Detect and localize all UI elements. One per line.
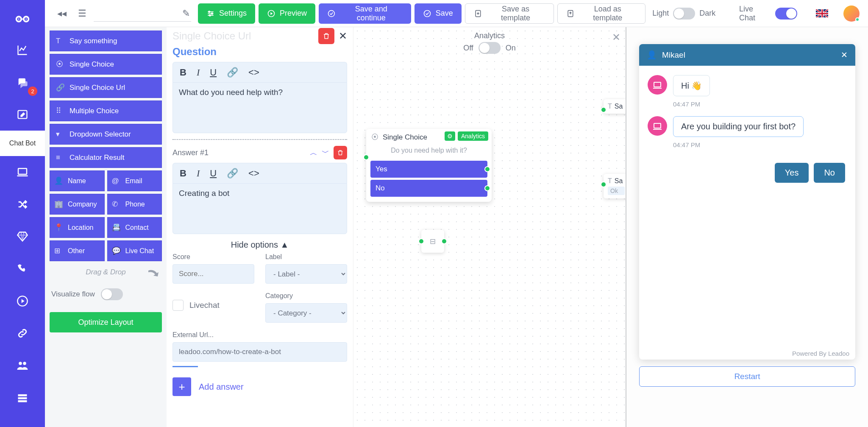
- rail-users-icon[interactable]: [0, 349, 45, 382]
- rail-shuffle-icon[interactable]: [0, 188, 45, 220]
- external-url-label: External Url...: [172, 331, 347, 339]
- chat-message-2: Are you building your first bot?: [673, 116, 804, 137]
- palette-say-something[interactable]: TSay something: [50, 31, 162, 51]
- rail-chats-icon[interactable]: 2: [0, 66, 45, 98]
- rail-edit-icon[interactable]: [0, 98, 45, 131]
- delete-answer-button[interactable]: [334, 146, 347, 159]
- chat-yes-button[interactable]: Yes: [775, 163, 809, 183]
- restart-button[interactable]: Restart: [639, 366, 855, 387]
- palette-company[interactable]: 🏢Company: [50, 194, 105, 215]
- palette-phone[interactable]: ✆Phone: [107, 194, 162, 215]
- theme-toggle[interactable]: [673, 8, 695, 20]
- analytics-off-label: Off: [463, 44, 473, 53]
- label-select[interactable]: - Label -: [265, 264, 347, 284]
- flow-node-mini[interactable]: ⊟: [421, 230, 444, 253]
- user-avatar[interactable]: [843, 6, 860, 22]
- palette-other[interactable]: ⊞Other: [50, 240, 105, 261]
- palette-calculator-result[interactable]: ≡Calculator Result: [50, 147, 162, 168]
- drag-drop-hint: Drag & Drop: [50, 264, 162, 283]
- language-flag-uk[interactable]: [816, 9, 829, 18]
- livechat-toggle[interactable]: [775, 8, 797, 20]
- node-analytics-badge[interactable]: Analytics: [458, 131, 488, 141]
- preview-button[interactable]: Preview: [259, 3, 315, 24]
- node-option-yes[interactable]: Yes: [370, 161, 487, 178]
- node-gear-badge[interactable]: ⚙: [445, 131, 455, 141]
- livechat-label: Live Chat: [739, 5, 771, 22]
- rail-phone-icon[interactable]: [0, 253, 45, 285]
- code-icon[interactable]: <>: [248, 67, 259, 78]
- flow-canvas[interactable]: Analytics Off On ✕ ⦿ Single Choice ⚙: [353, 27, 626, 427]
- delete-node-button[interactable]: [318, 28, 334, 44]
- plus-icon: +: [172, 377, 191, 396]
- close-canvas-icon[interactable]: ✕: [612, 31, 620, 43]
- add-answer-row[interactable]: + Add answer: [172, 377, 347, 396]
- chat-no-button[interactable]: No: [814, 163, 845, 183]
- optimize-layout-button[interactable]: Optimize Layout: [50, 312, 162, 332]
- visualize-flow-row: Visualize flow: [50, 286, 162, 310]
- question-editor[interactable]: What do you need help with?: [172, 82, 347, 133]
- palette-livechat[interactable]: 💬Live Chat: [107, 240, 162, 261]
- bold-icon[interactable]: B: [180, 168, 186, 179]
- settings-button[interactable]: Settings: [198, 3, 255, 24]
- chat-close-icon[interactable]: ✕: [841, 50, 848, 60]
- hide-options-toggle[interactable]: Hide options ▲: [172, 234, 347, 253]
- category-select[interactable]: - Category -: [265, 303, 347, 323]
- pencil-icon[interactable]: ✎: [178, 5, 195, 22]
- back-icon[interactable]: ◂◂: [53, 5, 70, 22]
- livechat-checkbox[interactable]: [172, 300, 184, 311]
- theme-light-label: Light: [652, 9, 669, 18]
- save-template-button[interactable]: Save as template: [465, 3, 554, 24]
- underline-icon[interactable]: U: [210, 168, 217, 179]
- palette-location[interactable]: 📍Location: [50, 217, 105, 238]
- theme-dark-label: Dark: [699, 9, 715, 18]
- rail-stack-icon[interactable]: [0, 382, 45, 414]
- save-continue-label: Save and continue: [340, 5, 403, 22]
- rail-play-icon[interactable]: [0, 285, 45, 317]
- load-template-button[interactable]: Load as template: [557, 3, 646, 24]
- palette-email[interactable]: @Email: [107, 170, 162, 191]
- palette-contact[interactable]: 📇Contact: [107, 217, 162, 238]
- palette-dropdown-selector[interactable]: ▾Dropdown Selector: [50, 124, 162, 145]
- flow-node-single-choice[interactable]: ⦿ Single Choice ⚙ Analytics Do you need …: [366, 129, 492, 202]
- question-heading: Question: [172, 46, 347, 58]
- italic-icon[interactable]: I: [197, 168, 200, 179]
- settings-label: Settings: [219, 9, 247, 18]
- rail-analytics-icon[interactable]: [0, 34, 45, 66]
- link-icon[interactable]: 🔗: [227, 67, 238, 78]
- save-continue-button[interactable]: Save and continue: [319, 3, 411, 24]
- rail-link-icon[interactable]: [0, 317, 45, 349]
- palette-name[interactable]: 👤Name: [50, 170, 105, 191]
- rail-chatbot-active[interactable]: Chat Bot: [0, 131, 45, 156]
- italic-icon[interactable]: I: [197, 67, 200, 78]
- analytics-toggle[interactable]: [479, 42, 501, 54]
- menu-icon[interactable]: ☰: [74, 5, 91, 22]
- move-up-icon[interactable]: ︿: [310, 148, 317, 158]
- move-down-icon[interactable]: ﹀: [322, 148, 329, 158]
- flow-node-say1[interactable]: TSa: [604, 99, 626, 114]
- svg-point-11: [209, 11, 210, 12]
- score-input[interactable]: [172, 264, 254, 284]
- bot-avatar-icon: [648, 116, 667, 136]
- answer-editor[interactable]: Creating a bot: [172, 183, 347, 234]
- underline-icon[interactable]: U: [210, 67, 217, 78]
- svg-rect-4: [18, 168, 27, 174]
- flow-node-say2[interactable]: TSa Ok: [604, 174, 626, 198]
- category-label: Category: [265, 292, 347, 300]
- palette-single-choice-url[interactable]: 🔗Single Choice Url: [50, 77, 162, 98]
- link-icon[interactable]: 🔗: [227, 168, 238, 179]
- rail-diamond-icon[interactable]: [0, 220, 45, 253]
- bot-name-input[interactable]: [94, 6, 191, 22]
- save-button[interactable]: Save: [415, 3, 462, 24]
- palette-multiple-choice[interactable]: ⠿Multiple Choice: [50, 100, 162, 121]
- svg-point-0: [18, 19, 19, 20]
- visualize-toggle[interactable]: [101, 288, 123, 300]
- bold-icon[interactable]: B: [180, 67, 186, 78]
- node-option-no[interactable]: No: [370, 180, 487, 197]
- user-icon: 👤: [647, 50, 657, 60]
- palette-single-choice[interactable]: ⦿Single Choice: [50, 54, 162, 75]
- external-url-input[interactable]: [172, 342, 347, 362]
- code-icon[interactable]: <>: [248, 168, 259, 179]
- close-editor-icon[interactable]: ✕: [339, 30, 347, 42]
- rail-laptop-icon[interactable]: [0, 156, 45, 188]
- save-template-label: Save as template: [487, 5, 545, 22]
